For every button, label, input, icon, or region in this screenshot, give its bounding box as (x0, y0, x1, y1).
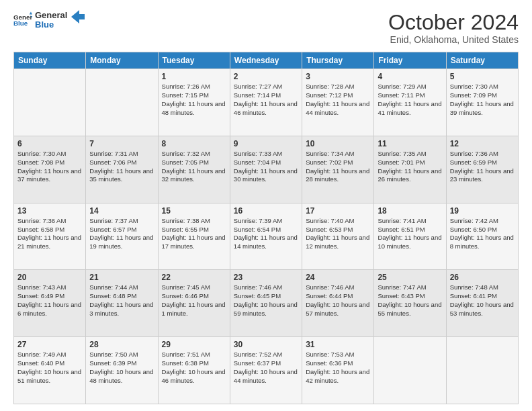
day-cell: 23Sunrise: 7:46 AM Sunset: 6:45 PM Dayli… (230, 270, 302, 337)
day-cell (374, 337, 446, 404)
day-number: 9 (234, 139, 298, 148)
day-cell: 10Sunrise: 7:34 AM Sunset: 7:02 PM Dayli… (302, 136, 374, 203)
day-cell: 26Sunrise: 7:48 AM Sunset: 6:41 PM Dayli… (446, 270, 518, 337)
day-number: 30 (234, 340, 298, 349)
day-cell: 27Sunrise: 7:49 AM Sunset: 6:40 PM Dayli… (14, 337, 86, 404)
week-row-1: 1Sunrise: 7:26 AM Sunset: 7:15 PM Daylig… (14, 69, 519, 136)
day-cell: 17Sunrise: 7:40 AM Sunset: 6:53 PM Dayli… (302, 203, 374, 270)
day-info: Sunrise: 7:26 AM Sunset: 7:15 PM Dayligh… (162, 83, 226, 117)
day-info: Sunrise: 7:50 AM Sunset: 6:39 PM Dayligh… (89, 351, 154, 385)
day-info: Sunrise: 7:51 AM Sunset: 6:38 PM Dayligh… (162, 351, 226, 385)
logo-icon: General Blue (13, 11, 32, 30)
day-info: Sunrise: 7:53 AM Sunset: 6:36 PM Dayligh… (306, 351, 370, 385)
day-number: 25 (378, 273, 442, 282)
day-number: 8 (162, 139, 226, 148)
day-number: 15 (162, 206, 226, 216)
day-info: Sunrise: 7:49 AM Sunset: 6:40 PM Dayligh… (17, 351, 82, 385)
day-info: Sunrise: 7:28 AM Sunset: 7:12 PM Dayligh… (306, 83, 370, 117)
logo: General Blue General Blue (13, 11, 85, 30)
day-cell: 3Sunrise: 7:28 AM Sunset: 7:12 PM Daylig… (302, 69, 374, 136)
day-number: 27 (17, 340, 82, 349)
day-number: 11 (378, 139, 442, 148)
svg-marker-4 (71, 10, 85, 24)
day-info: Sunrise: 7:35 AM Sunset: 7:01 PM Dayligh… (378, 150, 442, 184)
day-cell: 11Sunrise: 7:35 AM Sunset: 7:01 PM Dayli… (374, 136, 446, 203)
day-cell: 8Sunrise: 7:32 AM Sunset: 7:05 PM Daylig… (158, 136, 230, 203)
day-info: Sunrise: 7:40 AM Sunset: 6:53 PM Dayligh… (306, 217, 370, 251)
day-info: Sunrise: 7:46 AM Sunset: 6:45 PM Dayligh… (234, 283, 298, 318)
day-info: Sunrise: 7:46 AM Sunset: 6:44 PM Dayligh… (306, 283, 370, 318)
day-info: Sunrise: 7:48 AM Sunset: 6:41 PM Dayligh… (450, 283, 515, 318)
col-header-thursday: Thursday (302, 52, 374, 69)
day-cell: 21Sunrise: 7:44 AM Sunset: 6:48 PM Dayli… (86, 270, 158, 337)
day-cell: 20Sunrise: 7:43 AM Sunset: 6:49 PM Dayli… (14, 270, 86, 337)
day-number: 29 (162, 340, 226, 349)
day-cell: 7Sunrise: 7:31 AM Sunset: 7:06 PM Daylig… (86, 136, 158, 203)
logo-blue: Blue (35, 20, 67, 30)
day-cell: 1Sunrise: 7:26 AM Sunset: 7:15 PM Daylig… (158, 69, 230, 136)
page-subtitle: Enid, Oklahoma, United States (388, 34, 519, 45)
day-number: 6 (17, 139, 82, 148)
calendar-table: SundayMondayTuesdayWednesdayThursdayFrid… (13, 52, 519, 404)
col-header-friday: Friday (374, 52, 446, 69)
day-number: 4 (378, 72, 442, 81)
day-number: 14 (89, 206, 154, 216)
day-cell: 5Sunrise: 7:30 AM Sunset: 7:09 PM Daylig… (446, 69, 518, 136)
day-number: 3 (306, 72, 370, 81)
day-cell: 24Sunrise: 7:46 AM Sunset: 6:44 PM Dayli… (302, 270, 374, 337)
day-number: 7 (89, 139, 154, 148)
day-number: 23 (234, 273, 298, 282)
day-info: Sunrise: 7:27 AM Sunset: 7:14 PM Dayligh… (234, 83, 298, 117)
day-number: 12 (450, 139, 515, 148)
day-info: Sunrise: 7:36 AM Sunset: 6:58 PM Dayligh… (17, 217, 82, 251)
day-cell: 2Sunrise: 7:27 AM Sunset: 7:14 PM Daylig… (230, 69, 302, 136)
day-number: 22 (162, 273, 226, 282)
day-number: 5 (450, 72, 515, 81)
day-cell: 15Sunrise: 7:38 AM Sunset: 6:55 PM Dayli… (158, 203, 230, 270)
day-info: Sunrise: 7:37 AM Sunset: 6:57 PM Dayligh… (89, 217, 154, 251)
day-cell: 30Sunrise: 7:52 AM Sunset: 6:37 PM Dayli… (230, 337, 302, 404)
day-info: Sunrise: 7:36 AM Sunset: 6:59 PM Dayligh… (450, 150, 515, 184)
day-cell: 14Sunrise: 7:37 AM Sunset: 6:57 PM Dayli… (86, 203, 158, 270)
day-info: Sunrise: 7:30 AM Sunset: 7:09 PM Dayligh… (450, 83, 515, 117)
day-info: Sunrise: 7:44 AM Sunset: 6:48 PM Dayligh… (89, 283, 154, 318)
day-cell: 19Sunrise: 7:42 AM Sunset: 6:50 PM Dayli… (446, 203, 518, 270)
day-number: 20 (17, 273, 82, 282)
day-info: Sunrise: 7:29 AM Sunset: 7:11 PM Dayligh… (378, 83, 442, 117)
day-cell: 31Sunrise: 7:53 AM Sunset: 6:36 PM Dayli… (302, 337, 374, 404)
day-cell: 16Sunrise: 7:39 AM Sunset: 6:54 PM Dayli… (230, 203, 302, 270)
day-cell: 18Sunrise: 7:41 AM Sunset: 6:51 PM Dayli… (374, 203, 446, 270)
day-cell: 29Sunrise: 7:51 AM Sunset: 6:38 PM Dayli… (158, 337, 230, 404)
day-cell: 22Sunrise: 7:45 AM Sunset: 6:46 PM Dayli… (158, 270, 230, 337)
day-cell: 4Sunrise: 7:29 AM Sunset: 7:11 PM Daylig… (374, 69, 446, 136)
day-number: 31 (306, 340, 370, 349)
day-number: 2 (234, 72, 298, 81)
week-row-3: 13Sunrise: 7:36 AM Sunset: 6:58 PM Dayli… (14, 203, 519, 270)
week-row-4: 20Sunrise: 7:43 AM Sunset: 6:49 PM Dayli… (14, 270, 519, 337)
day-cell: 9Sunrise: 7:33 AM Sunset: 7:04 PM Daylig… (230, 136, 302, 203)
day-cell: 25Sunrise: 7:47 AM Sunset: 6:43 PM Dayli… (374, 270, 446, 337)
day-cell: 12Sunrise: 7:36 AM Sunset: 6:59 PM Dayli… (446, 136, 518, 203)
col-header-tuesday: Tuesday (158, 52, 230, 69)
svg-text:Blue: Blue (13, 20, 28, 28)
day-cell: 6Sunrise: 7:30 AM Sunset: 7:08 PM Daylig… (14, 136, 86, 203)
day-info: Sunrise: 7:45 AM Sunset: 6:46 PM Dayligh… (162, 283, 226, 318)
logo-arrow-icon (71, 10, 85, 24)
day-info: Sunrise: 7:47 AM Sunset: 6:43 PM Dayligh… (378, 283, 442, 318)
day-cell: 28Sunrise: 7:50 AM Sunset: 6:39 PM Dayli… (86, 337, 158, 404)
day-info: Sunrise: 7:52 AM Sunset: 6:37 PM Dayligh… (234, 351, 298, 385)
day-number: 16 (234, 206, 298, 216)
day-info: Sunrise: 7:32 AM Sunset: 7:05 PM Dayligh… (162, 150, 226, 184)
day-number: 19 (450, 206, 515, 216)
day-number: 13 (17, 206, 82, 216)
week-row-2: 6Sunrise: 7:30 AM Sunset: 7:08 PM Daylig… (14, 136, 519, 203)
day-number: 24 (306, 273, 370, 282)
day-info: Sunrise: 7:31 AM Sunset: 7:06 PM Dayligh… (89, 150, 154, 184)
day-info: Sunrise: 7:39 AM Sunset: 6:54 PM Dayligh… (234, 217, 298, 251)
day-number: 21 (89, 273, 154, 282)
day-number: 17 (306, 206, 370, 216)
day-cell: 13Sunrise: 7:36 AM Sunset: 6:58 PM Dayli… (14, 203, 86, 270)
day-number: 28 (89, 340, 154, 349)
day-cell (14, 69, 86, 136)
col-header-sunday: Sunday (14, 52, 86, 69)
